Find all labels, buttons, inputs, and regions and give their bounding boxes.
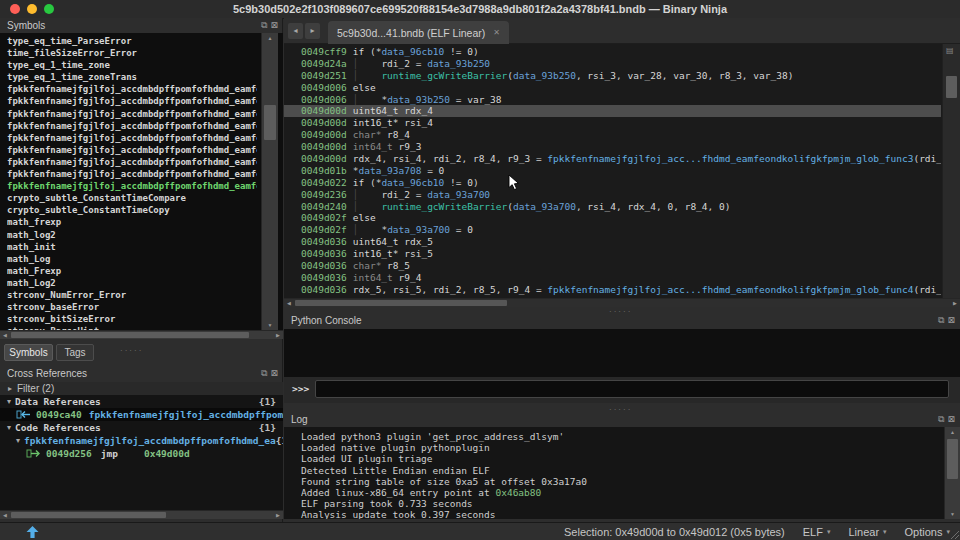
symbol-item[interactable]: fpkkfenfnamejfgjlfoj_accdmbdpffpomfofhdm… — [7, 144, 257, 156]
symbol-item[interactable]: math_Frexp — [7, 265, 257, 277]
code-line[interactable]: 0049d006else — [284, 82, 941, 94]
scroll-left-icon[interactable]: ◀ — [284, 299, 294, 308]
feature-map-icon[interactable]: ▤ — [946, 46, 954, 55]
scroll-right-icon[interactable]: ▶ — [950, 299, 960, 308]
code-line[interactable]: 0049d036char* r8_5 — [284, 260, 941, 272]
data-references-group[interactable]: ▾ Data References {1} — [0, 395, 283, 408]
popout-icon[interactable]: ⧉ — [938, 414, 944, 424]
minimize-window-icon[interactable] — [27, 4, 37, 14]
symbol-item[interactable]: crypto_subtle_ConstantTimeCompare — [7, 192, 257, 204]
scroll-left-icon[interactable]: ◀ — [0, 511, 10, 520]
code-line[interactable]: 0049d240│ runtime_gcWriteBarrier(data_93… — [284, 201, 941, 213]
log-vscrollbar[interactable]: ▲ ▼ — [944, 427, 960, 519]
data-reference-row[interactable]: 0049ca40 fpkkfenfnamejfgjlfoj_accdmbdpff… — [0, 408, 283, 421]
code-line[interactable]: 0049d022if (*data_96cb10 != 0) — [284, 177, 941, 189]
document-tab[interactable]: 5c9b30d...41.bndb (ELF Linear) ✕ — [328, 21, 509, 44]
nav-up-icon[interactable] — [26, 526, 39, 538]
code-line[interactable]: 0049d00dint16_t* rsi_4 — [284, 117, 941, 129]
log-vscroll-thumb[interactable] — [947, 439, 958, 479]
code-line[interactable]: 0049d036uint64_t rdx_5 — [284, 236, 941, 248]
scroll-up-icon[interactable]: ▲ — [945, 427, 960, 437]
code-line[interactable]: 0049d236│ rdi_2 = data_93a700 — [284, 189, 941, 201]
code-vscroll-thumb[interactable] — [946, 76, 957, 98]
symbol-item[interactable]: fpkkfenfnamejfgjlfoj_accdmbdpffpomfofhdm… — [7, 108, 257, 120]
console-input[interactable] — [315, 380, 949, 398]
code-line[interactable]: 0049d00duint64_t rdx_4 — [284, 105, 941, 117]
symbol-item[interactable]: fpkkfenfnamejfgjlfoj_accdmbdpffpomfofhdm… — [7, 83, 257, 95]
symbol-item[interactable]: fpkkfenfnamejfgjlfoj_accdmbdpffpomfofhdm… — [7, 95, 257, 107]
code-reference-address: 0049d256 — [46, 448, 92, 459]
symbol-item[interactable]: fpkkfenfnamejfgjlfoj_accdmbdpffpomfofhdm… — [7, 156, 257, 168]
code-reference-function-row[interactable]: ▾ fpkkfenfnamejfgjlfoj_accdmbdpffpomfofh… — [0, 434, 283, 447]
scroll-right-icon[interactable]: ▶ — [273, 331, 283, 340]
xrefs-hscrollbar[interactable]: ◀ ▶ — [0, 510, 283, 519]
popout-icon[interactable]: ⧉ — [261, 20, 267, 30]
code-line[interactable]: 0049d036int16_t* rsi_5 — [284, 248, 941, 260]
sidebar-tab-tags[interactable]: Tags — [56, 344, 94, 361]
platform-menu[interactable]: ELF ▾ — [803, 526, 831, 538]
symbol-item[interactable]: strconv_baseError — [7, 301, 257, 313]
symbol-item[interactable]: crypto_subtle_ConstantTimeCopy — [7, 204, 257, 216]
code-line[interactable]: 0049cff9if (*data_96cb10 != 0) — [284, 46, 941, 58]
xrefs-filter-label: Filter (2) — [17, 383, 54, 394]
splitter-handle[interactable]: ····· — [120, 348, 143, 354]
symbol-item[interactable]: type_eq_time_ParseError — [7, 35, 257, 47]
symbol-item[interactable]: math_Log — [7, 253, 257, 265]
symbol-item[interactable]: math_frexp — [7, 216, 257, 228]
code-line[interactable]: 0049d01b*data_93a708 = 0 — [284, 165, 941, 177]
close-panel-icon[interactable]: ⊠ — [947, 315, 955, 325]
symbol-item[interactable]: fpkkfenfnamejfgjlfoj_accdmbdpffpomfofhdm… — [7, 168, 257, 180]
code-line[interactable]: 0049d00dint64_t r9_3 — [284, 141, 941, 153]
close-panel-icon[interactable]: ⊠ — [270, 20, 278, 30]
scroll-down-icon[interactable]: ▼ — [262, 320, 278, 330]
symbol-item[interactable]: fpkkfenfnamejfgjlfoj_accdmbdpffpomfofhdm… — [7, 180, 257, 192]
nav-forward-button[interactable]: ▸ — [305, 23, 320, 39]
view-mode-menu[interactable]: Linear ▾ — [848, 526, 886, 538]
symbol-item[interactable]: strconv_NumError_Error — [7, 289, 257, 301]
sidebar-tab-symbols[interactable]: Symbols — [4, 344, 53, 361]
symbol-item[interactable]: math_init — [7, 241, 257, 253]
scroll-right-icon[interactable]: ▶ — [273, 511, 283, 520]
code-line[interactable]: 0049d00dchar* r8_4 — [284, 129, 941, 141]
symbol-item[interactable]: strconv_bitSizeError — [7, 313, 257, 325]
code-line[interactable]: 0049d02f│ *data_93a700 = 0 — [284, 224, 941, 236]
code-line[interactable]: 0049d24a│ rdi_2 = data_93b250 — [284, 58, 941, 70]
xrefs-filter-row[interactable]: ▸ Filter (2) — [0, 382, 283, 395]
code-hscroll-thumb[interactable] — [295, 300, 507, 306]
close-panel-icon[interactable]: ⊠ — [947, 414, 955, 424]
scroll-up-icon[interactable]: ▲ — [262, 33, 278, 43]
tab-close-icon[interactable]: ✕ — [493, 28, 500, 37]
close-panel-icon[interactable]: ⊠ — [270, 368, 278, 378]
code-reference-row[interactable]: 0049d256 jmp 0x49d00d — [0, 447, 283, 460]
symbols-hscroll-thumb[interactable] — [11, 332, 249, 338]
symbol-item[interactable]: type_eq_1_time_zoneTrans — [7, 71, 257, 83]
code-line[interactable]: 0049d006│ *data_93b250 = var_38 — [284, 94, 941, 106]
code-line[interactable]: 0049d036int64_t r9_4 — [284, 272, 941, 284]
popout-icon[interactable]: ⧉ — [261, 368, 267, 378]
xrefs-hscroll-thumb[interactable] — [11, 512, 166, 518]
symbols-vscroll-thumb[interactable] — [264, 105, 276, 140]
symbol-item[interactable]: math_log2 — [7, 229, 257, 241]
options-menu[interactable]: Options ▾ — [905, 526, 950, 538]
symbol-item[interactable]: math_Log2 — [7, 277, 257, 289]
symbol-item[interactable]: fpkkfenfnamejfgjlfoj_accdmbdpffpomfofhdm… — [7, 120, 257, 132]
code-hscrollbar[interactable]: ◀ ▶ — [284, 298, 960, 307]
code-line[interactable]: 0049d036rdx_5, rsi_5, rdi_2, r8_5, r9_4 … — [284, 284, 941, 296]
symbol-item[interactable]: fpkkfenfnamejfgjlfoj_accdmbdpffpomfofhdm… — [7, 132, 257, 144]
code-vscrollbar[interactable]: ▤ — [942, 44, 960, 298]
symbol-item[interactable]: time_fileSizeError_Error — [7, 47, 257, 59]
close-window-icon[interactable] — [10, 4, 20, 14]
nav-back-button[interactable]: ◂ — [288, 23, 303, 39]
symbols-hscrollbar[interactable]: ◀ ▶ — [0, 330, 283, 339]
maximize-window-icon[interactable] — [44, 4, 54, 14]
symbols-vscrollbar[interactable]: ▲ ▼ — [261, 33, 278, 330]
code-references-group[interactable]: ▾ Code References {1} — [0, 421, 283, 434]
code-line[interactable]: 0049d00drdx_4, rsi_4, rdi_2, r8_4, r9_3 … — [284, 153, 941, 165]
popout-icon[interactable]: ⧉ — [938, 315, 944, 325]
symbol-item[interactable]: type_eq_1_time_zone — [7, 59, 257, 71]
resize-grip[interactable] — [949, 529, 959, 539]
code-line[interactable]: 0049d02felse — [284, 212, 941, 224]
code-line[interactable]: 0049d251│ runtime_gcWriteBarrier(data_93… — [284, 70, 941, 82]
scroll-down-icon[interactable]: ▼ — [945, 509, 960, 519]
scroll-left-icon[interactable]: ◀ — [0, 331, 10, 340]
